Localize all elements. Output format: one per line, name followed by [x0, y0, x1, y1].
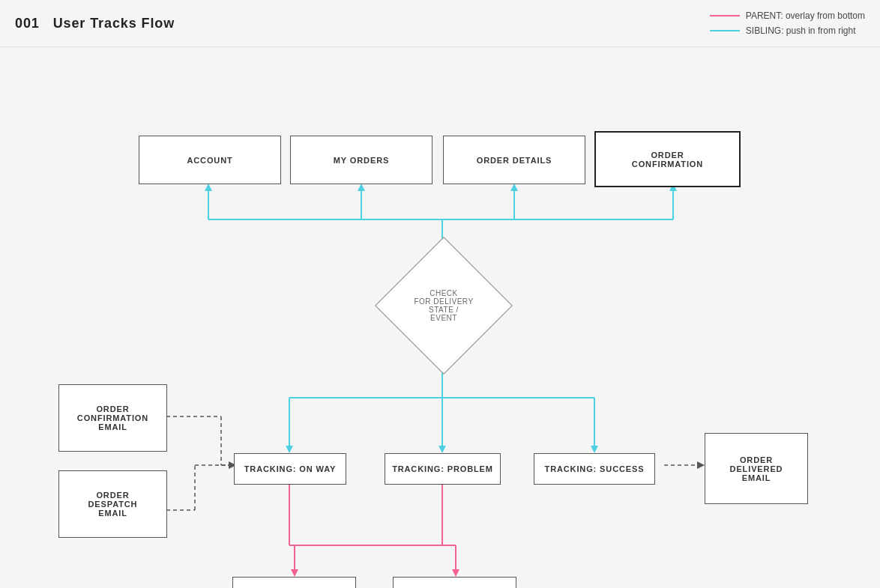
order-details-top-box: ORDER DETAILS	[443, 136, 585, 184]
order-details-bottom-box: ORDER DETAILS	[393, 577, 516, 588]
svg-marker-8	[510, 184, 518, 191]
svg-marker-36	[452, 569, 459, 577]
tracking-success-box: TRACKING: SUCCESS	[534, 453, 655, 485]
legend-sibling: SIBLING: push in from right	[710, 25, 856, 36]
diagram: ACCOUNT MY ORDERS ORDER DETAILS ORDER CO…	[0, 47, 880, 587]
legend: PARENT: overlay from bottom SIBLING: pus…	[710, 10, 865, 36]
svg-marker-28	[697, 461, 705, 469]
sibling-line-icon	[710, 30, 740, 31]
my-orders-box: MY ORDERS	[290, 136, 433, 184]
parent-line-icon	[710, 15, 740, 16]
header: 001 User Tracks Flow PARENT: overlay fro…	[0, 0, 880, 47]
contact-faqs-box: CONTACT & FAQ'S	[232, 577, 356, 588]
page-title: 001 User Tracks Flow	[15, 16, 184, 31]
order-despatch-email-box: ORDER DESPATCH EMAIL	[58, 470, 167, 538]
account-box: ACCOUNT	[139, 136, 281, 184]
diamond-text: CHECK FOR DELIVERY STATE / EVENT	[395, 257, 492, 354]
order-confirmation-email-box: ORDER CONFIRMATION EMAIL	[58, 384, 167, 452]
svg-marker-14	[286, 446, 293, 453]
svg-marker-6	[358, 184, 365, 191]
tracking-problem-box: TRACKING: PROBLEM	[385, 453, 501, 485]
svg-marker-4	[205, 184, 212, 191]
order-delivered-email-box: ORDER DELIVERED EMAIL	[705, 433, 808, 504]
svg-marker-16	[439, 446, 446, 453]
legend-parent: PARENT: overlay from bottom	[710, 10, 865, 21]
order-confirmation-box: ORDER CONFIRMATION	[594, 131, 741, 187]
svg-marker-34	[291, 569, 298, 577]
tracking-on-way-box: TRACKING: ON WAY	[234, 453, 346, 485]
svg-marker-18	[591, 446, 598, 453]
